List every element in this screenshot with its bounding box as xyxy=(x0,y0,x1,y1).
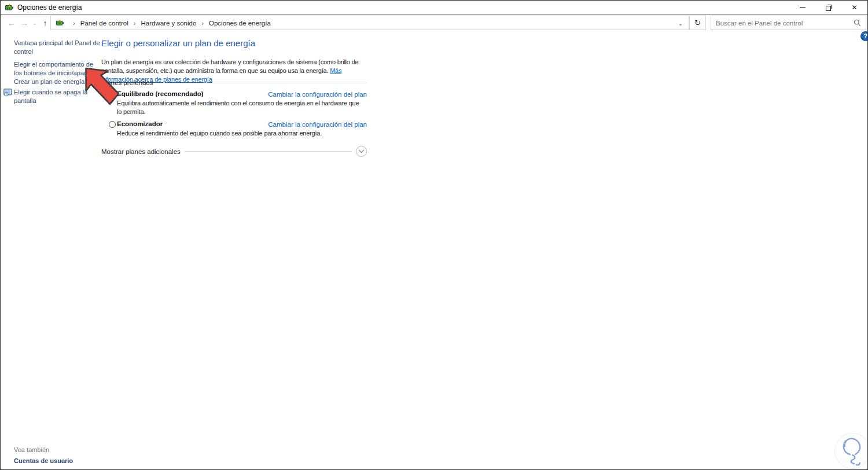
address-bar[interactable]: › Panel de control › Hardware y sonido ›… xyxy=(50,16,689,30)
back-icon[interactable]: ← xyxy=(5,19,18,27)
minimize-button[interactable] xyxy=(789,1,815,14)
change-plan-settings-link-power-saver[interactable]: Cambiar la configuración del plan xyxy=(268,121,367,128)
address-dropdown-icon[interactable]: ⌄ xyxy=(672,16,689,30)
minimize-icon xyxy=(800,7,806,8)
plan-name: Equilibrado (recomendado) xyxy=(117,90,204,97)
refresh-icon: ↻ xyxy=(694,19,701,27)
close-icon: ✕ xyxy=(851,4,857,11)
sidebar-item-choose-display-off[interactable]: Elegir cuándo se apaga la pantalla xyxy=(1,88,100,105)
plan-row-power-saver: Economizador Cambiar la configuración de… xyxy=(101,120,367,130)
breadcrumb-separator-icon: › xyxy=(73,20,75,27)
power-options-icon xyxy=(5,3,14,12)
restore-button[interactable] xyxy=(815,1,841,14)
group-label: Planes preferidos xyxy=(101,79,153,86)
breadcrumb-hardware-sound[interactable]: Hardware y sonido xyxy=(141,20,196,27)
nav-buttons: ← → ⌄ ↑ xyxy=(5,14,52,32)
search-box xyxy=(711,16,866,30)
group-divider xyxy=(158,83,367,83)
window-title: Opciones de energía xyxy=(17,3,82,12)
refresh-button[interactable]: ↻ xyxy=(689,16,706,30)
help-button[interactable]: ? xyxy=(860,31,868,41)
breadcrumb-separator-icon: › xyxy=(201,20,204,27)
sidebar-item-create-power-plan[interactable]: Crear un plan de energía xyxy=(1,78,100,86)
preferred-plans-group: Planes preferidos xyxy=(101,79,367,86)
breadcrumb-separator-icon: › xyxy=(134,20,136,27)
power-options-window: Opciones de energía ✕ ← → ⌄ ↑ xyxy=(0,0,868,470)
search-icon[interactable] xyxy=(854,19,861,27)
radio-balanced[interactable] xyxy=(109,91,116,98)
page-title: Elegir o personalizar un plan de energía xyxy=(101,38,255,48)
plan-description-balanced: Equilibra automáticamente el rendimiento… xyxy=(117,99,360,116)
breadcrumb-control-panel[interactable]: Panel de control xyxy=(80,20,128,27)
lightbulb-watermark-icon xyxy=(834,433,868,469)
breadcrumb-power-options[interactable]: Opciones de energía xyxy=(209,20,271,27)
plan-row-balanced: Equilibrado (recomendado) Cambiar la con… xyxy=(101,90,367,100)
sidebar-item-user-accounts[interactable]: Cuentas de usuario xyxy=(14,457,73,464)
window-controls: ✕ xyxy=(789,1,867,14)
radio-power-saver[interactable] xyxy=(109,121,116,128)
intro-text: Un plan de energía es una colección de h… xyxy=(101,58,358,74)
chevron-down-icon xyxy=(358,149,365,153)
restore-icon xyxy=(826,5,832,10)
power-options-icon-small xyxy=(56,19,64,27)
plan-description-power-saver: Reduce el rendimiento del equipo cuando … xyxy=(117,129,360,138)
forward-icon[interactable]: → xyxy=(18,19,31,27)
navigation-toolbar: ← → ⌄ ↑ › Panel de control › Hardware y … xyxy=(1,14,867,32)
plan-name: Economizador xyxy=(117,120,163,127)
show-additional-plans-label: Mostrar planes adicionales xyxy=(101,148,181,155)
history-chevron-icon[interactable]: ⌄ xyxy=(31,21,39,26)
close-button[interactable]: ✕ xyxy=(841,1,867,14)
change-plan-settings-link-balanced[interactable]: Cambiar la configuración del plan xyxy=(268,91,367,98)
show-additional-plans-row: Mostrar planes adicionales xyxy=(101,146,367,157)
additional-divider xyxy=(185,151,352,152)
search-input[interactable] xyxy=(711,20,854,27)
see-also-heading: Vea también xyxy=(14,446,49,453)
sidebar-item-label: Elegir cuándo se apaga la pantalla xyxy=(14,89,87,104)
up-icon[interactable]: ↑ xyxy=(39,19,52,27)
help-icon: ? xyxy=(863,32,867,39)
title-bar: Opciones de energía ✕ xyxy=(1,1,867,14)
sidebar-item-power-buttons-behavior[interactable]: Elegir el comportamiento de los botones … xyxy=(1,60,100,77)
display-clock-icon xyxy=(3,89,12,97)
expand-additional-plans-button[interactable] xyxy=(356,146,367,157)
sidebar-item-control-panel-home[interactable]: Ventana principal del Panel de control xyxy=(1,39,100,56)
